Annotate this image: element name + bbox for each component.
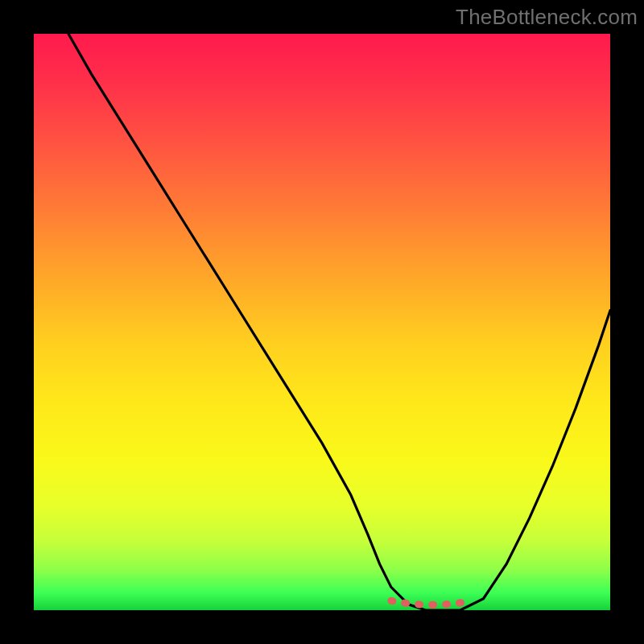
- bottleneck-curve: [68, 34, 610, 610]
- plot-area: [34, 34, 610, 610]
- flat-region-marker: [391, 601, 472, 605]
- chart-frame: TheBottleneck.com: [0, 0, 644, 644]
- curve-layer: [34, 34, 610, 610]
- watermark-text: TheBottleneck.com: [456, 5, 638, 30]
